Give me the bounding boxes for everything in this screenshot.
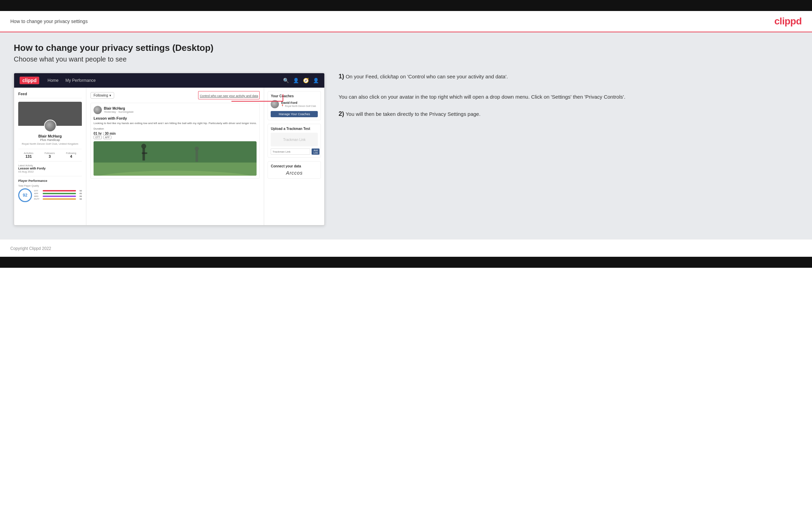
trackman-placeholder: Trackman Link xyxy=(271,133,318,146)
footer: Copyright Clippd 2022 xyxy=(0,239,812,257)
svg-rect-3 xyxy=(142,148,145,161)
svg-point-4 xyxy=(141,144,146,149)
app-navbar: clippd Home My Performance 🔍 👤 🧭 👤 xyxy=(14,73,324,88)
app-mockup-wrapper: clippd Home My Performance 🔍 👤 🧭 👤 xyxy=(14,73,325,225)
app-bar xyxy=(43,193,76,194)
trackman-title: Upload a Trackman Test xyxy=(271,127,318,131)
followers-value: 3 xyxy=(45,154,55,158)
trackman-link-input[interactable] xyxy=(271,148,310,155)
nav-my-performance[interactable]: My Performance xyxy=(65,78,96,83)
top-bar xyxy=(0,0,812,11)
instruction-step2: 2) You will then be taken directly to th… xyxy=(338,110,798,118)
profile-handicap: Plus Handicap xyxy=(18,138,82,142)
following-button[interactable]: Following ▾ xyxy=(90,92,114,99)
page-breadcrumb: How to change your privacy settings xyxy=(10,19,88,24)
step1-extra: You can also click on your avatar in the… xyxy=(338,94,625,100)
activities-label: Activities xyxy=(24,152,33,154)
app-nav-icons: 🔍 👤 🧭 👤 xyxy=(283,78,319,83)
profile-image-area xyxy=(18,102,82,126)
followers-label: Followers xyxy=(45,152,55,154)
metric-ott: OTT 90 xyxy=(34,190,82,192)
svg-rect-5 xyxy=(142,153,148,154)
step1-text: 1) On your Feed, click/tap on 'Control w… xyxy=(338,73,798,81)
metric-arg: ARG 86 xyxy=(34,195,82,197)
svg-rect-6 xyxy=(196,151,198,162)
bottom-bar xyxy=(0,257,812,268)
step1-number: 1) xyxy=(338,73,344,80)
content-layout: clippd Home My Performance 🔍 👤 🧭 👤 xyxy=(14,73,798,225)
trackman-section: Upload a Trackman Test Trackman Link Add… xyxy=(268,124,321,158)
connect-title: Connect your data xyxy=(271,164,318,168)
profile-stats: Activities 131 Followers 3 Following 4 xyxy=(18,149,82,162)
activities-value: 131 xyxy=(24,154,33,158)
coach-info: David Ford 📍 Royal North Devon Golf Club xyxy=(281,101,316,107)
app-center-feed: Following ▾ Control who can see your act… xyxy=(86,88,264,225)
golf-course-svg xyxy=(94,141,257,176)
app-right-sidebar: Your Coaches David Ford 📍 Royal North De… xyxy=(264,88,324,225)
profile-club: Royal North Devon Golf Club, United King… xyxy=(18,142,82,145)
score-circle: 92 xyxy=(18,188,32,202)
instructions-panel: 1) On your Feed, click/tap on 'Control w… xyxy=(335,73,798,128)
post-image xyxy=(94,141,257,176)
app-logo: clippd xyxy=(20,77,39,84)
app-label: APP xyxy=(34,192,42,195)
step1-description: On your Feed, click/tap on 'Control who … xyxy=(346,74,508,79)
following-value: 4 xyxy=(66,154,76,158)
avatar-image xyxy=(45,120,56,131)
metric-putt: PUTT 96 xyxy=(34,198,82,200)
tag-app: APP xyxy=(103,135,111,139)
stat-following: Following 4 xyxy=(66,152,76,158)
following-label: Following xyxy=(66,152,76,154)
app-body: Feed Blair McHarg Plus Handicap Royal No… xyxy=(14,88,324,225)
compass-icon[interactable]: 🧭 xyxy=(303,78,309,83)
tpq-row: 92 OTT 90 APP xyxy=(18,188,82,202)
manage-coaches-button[interactable]: Manage Your Coaches xyxy=(271,111,318,117)
feed-tab[interactable]: Feed xyxy=(18,92,82,98)
control-privacy-link[interactable]: Control who can see your activity and da… xyxy=(200,94,258,98)
tpq-label: Total Player Quality xyxy=(18,185,82,187)
post-title: Lesson with Fordy xyxy=(94,116,257,120)
user-icon[interactable]: 👤 xyxy=(293,78,299,83)
app-left-sidebar: Feed Blair McHarg Plus Handicap Royal No… xyxy=(14,88,86,225)
location-icon: 📍 xyxy=(281,104,284,107)
coach-name: David Ford xyxy=(281,101,316,104)
putt-value: 96 xyxy=(77,198,82,200)
post-tags: OTT APP xyxy=(94,135,257,139)
profile-name: Blair McHarg xyxy=(18,134,82,138)
post-author-info: Blair McHarg Yesterday · Sunningdale xyxy=(104,107,133,113)
ott-label: OTT xyxy=(34,190,42,192)
step2-text: 2) You will then be taken directly to th… xyxy=(338,110,798,118)
putt-label: PUTT xyxy=(34,198,42,200)
main-content: How to change your privacy settings (Des… xyxy=(0,32,812,239)
arg-bar xyxy=(43,196,76,197)
page-heading: How to change your privacy settings (Des… xyxy=(14,43,798,53)
avatar-icon[interactable]: 👤 xyxy=(313,78,319,83)
player-performance-title: Player Performance xyxy=(18,179,82,183)
profile-info: Blair McHarg Plus Handicap Royal North D… xyxy=(18,134,82,149)
app-value: 85 xyxy=(77,192,82,195)
stat-activities: Activities 131 xyxy=(24,152,33,158)
step2-number: 2) xyxy=(338,110,344,117)
putt-bar xyxy=(43,198,76,200)
latest-activity-label: Latest Activity xyxy=(18,164,82,167)
svg-point-7 xyxy=(195,147,199,151)
coach-club: 📍 Royal North Devon Golf Club xyxy=(281,104,316,107)
nav-home[interactable]: Home xyxy=(47,78,58,83)
post-author-avatar xyxy=(94,106,102,114)
latest-activity-name: Lesson with Fordy xyxy=(18,167,82,170)
coaches-section: Your Coaches David Ford 📍 Royal North De… xyxy=(268,91,321,120)
post-description: Looking to feel like my hands are exitin… xyxy=(94,122,257,125)
feed-header: Following ▾ Control who can see your act… xyxy=(90,91,260,99)
arccos-logo: Arccos xyxy=(271,170,318,176)
clippd-logo: clippd xyxy=(775,16,802,27)
post-duration-label: Duration xyxy=(94,127,257,130)
latest-activity-section: Latest Activity Lesson with Fordy 03 Aug… xyxy=(18,162,82,176)
arg-value: 86 xyxy=(77,195,82,197)
coach-item: David Ford 📍 Royal North Devon Golf Club xyxy=(271,100,318,108)
arg-label: ARG xyxy=(34,195,42,197)
add-link-button[interactable]: Add Link xyxy=(312,148,320,155)
search-icon[interactable]: 🔍 xyxy=(283,78,289,83)
post-item: Blair McHarg Yesterday · Sunningdale Les… xyxy=(90,103,260,179)
stat-followers: Followers 3 xyxy=(45,152,55,158)
metrics-list: OTT 90 APP 85 xyxy=(34,190,82,201)
